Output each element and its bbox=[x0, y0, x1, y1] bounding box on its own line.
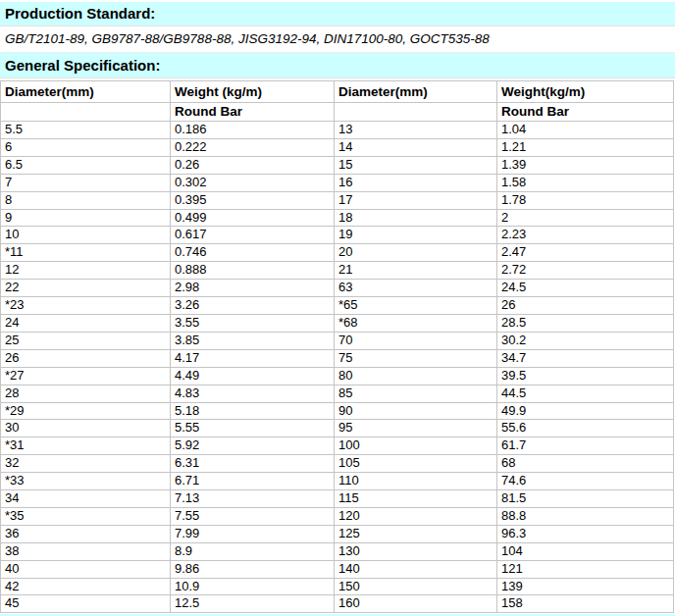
table-cell: 80 bbox=[335, 367, 497, 385]
column-header-diameter-1: Diameter(mm) bbox=[1, 81, 171, 103]
table-cell: 115 bbox=[335, 490, 497, 508]
table-cell: 104 bbox=[497, 542, 674, 560]
table-cell: 10.9 bbox=[171, 578, 335, 595]
table-row: 120.888212.72 bbox=[1, 262, 674, 280]
table-cell: 3.26 bbox=[171, 297, 335, 315]
table-row: 4210.9150139 bbox=[1, 578, 674, 595]
table-cell: 61.7 bbox=[497, 437, 674, 455]
subheader-empty-1 bbox=[1, 103, 171, 122]
table-cell: *27 bbox=[1, 367, 171, 385]
table-row: *336.7111074.6 bbox=[1, 473, 674, 490]
table-cell: 125 bbox=[335, 525, 497, 542]
table-cell: 24 bbox=[1, 314, 171, 332]
column-header-diameter-2: Diameter(mm) bbox=[335, 81, 497, 103]
table-cell: 100 bbox=[335, 437, 497, 455]
table-cell: 6.31 bbox=[171, 455, 335, 473]
table-cell: 2.72 bbox=[497, 262, 674, 280]
table-cell: 49.9 bbox=[497, 402, 674, 420]
column-header-weight-1: Weight (kg/m) bbox=[171, 81, 335, 103]
table-cell: 12.5 bbox=[171, 595, 335, 613]
table-cell: 0.888 bbox=[171, 262, 335, 280]
table-cell: 2.23 bbox=[497, 227, 674, 244]
table-cell: 34.7 bbox=[497, 349, 674, 367]
table-cell: 28 bbox=[1, 385, 171, 402]
table-row: 90.499182 bbox=[1, 209, 674, 227]
table-cell: 10 bbox=[1, 227, 171, 244]
table-cell: 160 bbox=[335, 595, 497, 613]
table-cell: 1.58 bbox=[497, 174, 674, 191]
table-cell: 0.302 bbox=[171, 174, 335, 191]
table-row: *357.5512088.8 bbox=[1, 507, 674, 525]
table-cell: 5.18 bbox=[171, 402, 335, 420]
table-row: 253.857030.2 bbox=[1, 332, 674, 349]
table-cell: *31 bbox=[1, 437, 171, 455]
table-cell: 40 bbox=[1, 560, 171, 578]
table-row: 347.1311581.5 bbox=[1, 490, 674, 508]
table-cell: 6 bbox=[1, 138, 171, 156]
table-cell: 0.746 bbox=[171, 244, 335, 262]
table-cell: 0.395 bbox=[171, 191, 335, 209]
table-cell: 158 bbox=[497, 595, 674, 613]
table-row: 4512.5160158 bbox=[1, 595, 674, 613]
table-cell: 90 bbox=[335, 402, 497, 420]
table-cell: 18 bbox=[335, 209, 497, 227]
table-cell: 30.2 bbox=[497, 332, 674, 349]
table-cell: 63 bbox=[335, 280, 497, 297]
table-cell: 44.5 bbox=[497, 385, 674, 402]
subheader-empty-2 bbox=[335, 103, 497, 122]
production-standard-header: Production Standard: bbox=[0, 2, 675, 26]
table-cell: 2 bbox=[497, 209, 674, 227]
table-cell: 26 bbox=[1, 349, 171, 367]
table-cell: 8 bbox=[1, 191, 171, 209]
table-cell: 6.71 bbox=[171, 473, 335, 490]
table-cell: 5.5 bbox=[1, 122, 171, 139]
table-cell: 45 bbox=[1, 595, 171, 613]
table-cell: 7.55 bbox=[171, 507, 335, 525]
table-cell: 85 bbox=[335, 385, 497, 402]
table-cell: 1.04 bbox=[497, 122, 674, 139]
table-row: 305.559555.6 bbox=[1, 420, 674, 437]
table-cell: 2.47 bbox=[497, 244, 674, 262]
table-cell: 6.5 bbox=[1, 156, 171, 174]
table-cell: *35 bbox=[1, 507, 171, 525]
spec-table-body: 5.50.186131.0460.222141.216.50.26151.397… bbox=[1, 122, 674, 613]
table-cell: 120 bbox=[335, 507, 497, 525]
table-cell: 42 bbox=[1, 578, 171, 595]
table-row: *295.189049.9 bbox=[1, 402, 674, 420]
table-cell: 3.55 bbox=[171, 314, 335, 332]
general-specification-header: General Specification: bbox=[0, 53, 675, 78]
table-cell: 70 bbox=[335, 332, 497, 349]
table-row: 6.50.26151.39 bbox=[1, 156, 674, 174]
table-cell: 28.5 bbox=[497, 314, 674, 332]
table-cell: 21 bbox=[335, 262, 497, 280]
table-cell: 30 bbox=[1, 420, 171, 437]
table-cell: 55.6 bbox=[497, 420, 674, 437]
table-cell: 1.78 bbox=[497, 191, 674, 209]
table-cell: 7.13 bbox=[171, 490, 335, 508]
spec-page: Production Standard: GB/T2101-89, GB9787… bbox=[0, 0, 675, 616]
table-row: *274.498039.5 bbox=[1, 367, 674, 385]
table-cell: 0.186 bbox=[171, 122, 335, 139]
table-row: 264.177534.7 bbox=[1, 349, 674, 367]
table-cell: 1.39 bbox=[497, 156, 674, 174]
table-cell: 3.85 bbox=[171, 332, 335, 349]
table-cell: 0.26 bbox=[171, 156, 335, 174]
table-cell: 9.86 bbox=[171, 560, 335, 578]
table-row: 222.986324.5 bbox=[1, 280, 674, 297]
table-cell: 22 bbox=[1, 280, 171, 297]
table-row: 70.302161.58 bbox=[1, 174, 674, 191]
table-cell: 81.5 bbox=[497, 490, 674, 508]
table-row: 60.222141.21 bbox=[1, 138, 674, 156]
table-cell: 19 bbox=[335, 227, 497, 244]
table-cell: 68 bbox=[497, 455, 674, 473]
table-cell: *33 bbox=[1, 473, 171, 490]
column-header-weight-2: Weight(kg/m) bbox=[497, 81, 674, 103]
spec-table-subheader-row: Round Bar Round Bar bbox=[1, 103, 674, 122]
table-cell: 12 bbox=[1, 262, 171, 280]
spec-table-wrap: Diameter(mm) Weight (kg/m) Diameter(mm) … bbox=[0, 80, 675, 613]
table-cell: 20 bbox=[335, 244, 497, 262]
table-cell: 17 bbox=[335, 191, 497, 209]
table-cell: 88.8 bbox=[497, 507, 674, 525]
table-row: 80.395171.78 bbox=[1, 191, 674, 209]
table-cell: 38 bbox=[1, 542, 171, 560]
